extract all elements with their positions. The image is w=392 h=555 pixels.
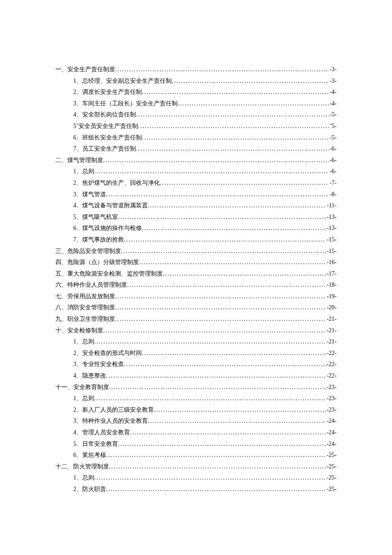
toc-dot-leader (142, 132, 329, 144)
toc-entry: 5、日常安全教育-24- (55, 439, 337, 450)
toc-dot-leader (142, 223, 326, 234)
toc-entry-page: -22- (326, 348, 337, 359)
toc-entry-page: -7- (329, 177, 337, 189)
toc-entry-page: -24- (326, 416, 337, 427)
toc-dot-leader (115, 302, 326, 314)
toc-entry-page: -6- (329, 166, 337, 177)
toc-entry-label: 2、安全检查的形式与时间 (73, 348, 142, 359)
toc-entry-label: 五、重大危险源安全检测、监控管理制度 (55, 268, 163, 280)
toc-entry-label: 八、消防安全管理制度 (55, 302, 115, 314)
toc-entry: 6、奖惩考核-25- (55, 450, 337, 461)
toc-entry: 十、安全检修制度-21- (55, 325, 337, 337)
toc-entry-label: 5ˆ安全员安全生产责任制 (73, 121, 138, 132)
toc-entry-page: -17- (326, 268, 337, 280)
toc-entry-label: 4、隐患整改 (73, 370, 106, 382)
toc-dot-leader (106, 450, 326, 461)
toc-dot-leader (136, 109, 329, 121)
toc-entry: 1、总则-6- (55, 166, 337, 177)
toc-dot-leader (136, 143, 329, 155)
toc-entry-page: -21- (326, 325, 337, 337)
toc-entry-page: -16- (326, 257, 337, 268)
toc-dot-leader (127, 279, 326, 291)
toc-entry-label: 六、特种作业人员管理制度 (55, 279, 127, 291)
toc-entry-label: 3、煤气管道 (73, 189, 106, 200)
toc-dot-leader (139, 257, 326, 268)
toc-entry: 2、安全检查的形式与时间-22- (55, 348, 337, 359)
toc-dot-leader (124, 234, 326, 246)
toc-entry-label: 5、煤气吸气机室 (73, 212, 118, 223)
toc-entry-page: -25- (326, 450, 337, 461)
toc-entry: 5、煤气吸气机室-13- (55, 212, 337, 223)
toc-entry-label: 1、总则 (73, 472, 94, 484)
toc-entry-label: 九、职业卫生管理制度 (55, 314, 115, 325)
toc-dot-leader (118, 212, 326, 223)
toc-entry: 4、管理人员安全教育-24- (55, 427, 337, 439)
toc-entry-page: -19- (326, 291, 337, 302)
toc-entry-page: -8- (329, 189, 337, 200)
toc-dot-leader (118, 439, 326, 450)
toc-entry-page: -25- (326, 461, 337, 473)
toc-entry-label: 4、煤气设备与管道附属装置 (73, 200, 148, 212)
toc-dot-leader (178, 98, 329, 110)
toc-dot-leader (94, 472, 326, 484)
toc-entry-page: -6- (329, 143, 337, 155)
toc-entry-page: -11- (326, 200, 337, 212)
toc-dot-leader (154, 404, 326, 416)
toc-dot-leader (142, 348, 326, 359)
toc-entry: 十二、防火管理制度-25- (55, 461, 337, 473)
toc-entry-page: .-22- (324, 359, 337, 370)
toc-entry: 1、总则-21- (55, 336, 337, 348)
toc-dot-leader (106, 189, 329, 200)
toc-entry: 八、消防安全管理制度-20- (55, 302, 337, 314)
toc-dot-leader (103, 325, 326, 337)
toc-entry-label: 2、防火职责 (73, 484, 106, 495)
toc-entry-page: -6- (329, 155, 337, 166)
toc-entry-label: 三、危险品安全管理制度 (55, 246, 121, 257)
toc-entry-page: -24- (326, 439, 337, 450)
toc-entry-page: -18- (326, 279, 337, 291)
toc-entry-label: 2、调度长安全生产责任制 (73, 87, 142, 98)
toc-dot-leader (163, 268, 326, 280)
toc-entry-label: 四、危险源（点）分级管理制度 (55, 257, 139, 268)
toc-entry: 3、特种作业人员的安全教育-24- (55, 416, 337, 427)
toc-entry-label: 2、新入厂人员的三级安全教育 (73, 404, 154, 416)
toc-entry: 6、班组长安全生产责任制-5- (55, 132, 337, 144)
toc-entry: 5ˆ安全员安全生产责任制˝5- (55, 121, 337, 132)
toc-entry: 4、安全部长岗位责任制-5- (55, 109, 337, 121)
toc-entry: 十一、安全教育制度-23- (55, 382, 337, 393)
toc-dot-leader (148, 200, 326, 212)
toc-entry-label: 十、安全检修制度 (55, 325, 103, 337)
toc-entry-label: 5、日常安全教育 (73, 439, 118, 450)
toc-entry-label: 1、总则 (73, 166, 94, 177)
toc-dot-leader (160, 177, 329, 189)
toc-dot-leader (121, 246, 326, 257)
toc-entry-page: -23- (326, 404, 337, 416)
toc-dot-leader (106, 484, 326, 495)
toc-entry: 2、防火职责-25- (55, 484, 337, 495)
toc-entry-page: -22- (326, 370, 337, 382)
toc-dot-leader (106, 370, 326, 382)
toc-dot-leader (94, 166, 329, 177)
toc-entry-page: -21- (326, 314, 337, 325)
toc-entry-label: 十二、防火管理制度 (55, 461, 109, 473)
toc-entry-label: 3、专业性安全检查 (73, 359, 124, 370)
toc-entry-label: 6、班组长安全生产责任制 (73, 132, 142, 144)
toc-entry: 4、隐患整改-22- (55, 370, 337, 382)
toc-entry-label: 1、总经理、安全副总安全生产责任制 (73, 76, 172, 87)
toc-entry-page: -4- (329, 98, 337, 110)
toc-entry-page: -5- (329, 132, 337, 144)
toc-dot-leader (138, 121, 329, 132)
toc-entry-page: -20- (326, 302, 337, 314)
toc-entry-page: -3- (329, 76, 337, 87)
toc-entry: 7、煤气事故的抢救-15- (55, 234, 337, 246)
toc-dot-leader (103, 155, 329, 166)
toc-dot-leader (148, 416, 326, 427)
toc-entry-label: 7、员工安全生产责任制 (73, 143, 136, 155)
toc-entry: 3、车间主任（工段长）安全生产责任制-4- (55, 98, 337, 110)
toc-entry: 三、危险品安全管理制度-15- (55, 246, 337, 257)
table-of-contents: 一、安全生产责任制度-3-1、总经理、安全副总安全生产责任制-3-2、调度长安全… (55, 64, 337, 495)
toc-entry-page: -23- (326, 382, 337, 393)
toc-entry-label: 十一、安全教育制度 (55, 382, 109, 393)
toc-entry: 1、总则-23- (55, 393, 337, 404)
toc-entry-label: 6、奖惩考核 (73, 450, 106, 461)
